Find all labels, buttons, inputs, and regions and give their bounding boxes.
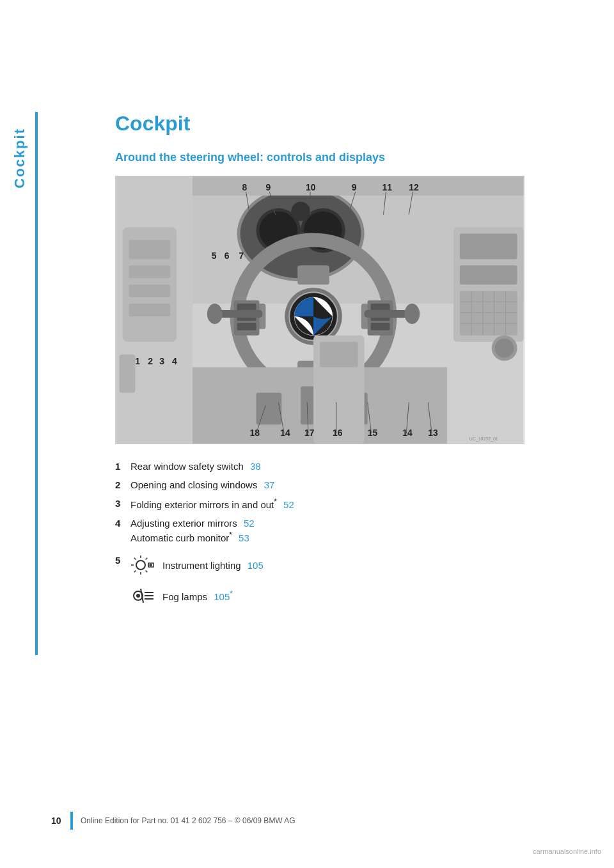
svg-text:14: 14 [402,428,413,438]
instrument-lighting-icon [130,554,156,577]
svg-text:10: 10 [306,182,316,192]
svg-point-36 [404,304,420,324]
svg-text:8: 8 [242,182,248,192]
item-description: Folding exterior mirrors in and out* 52 [130,497,524,511]
instrument-lighting-label: Instrument lighting 105 [162,560,264,571]
svg-text:2: 2 [148,356,153,366]
svg-rect-4 [129,240,170,260]
item-description: Rear window safety switch 38 [130,460,524,473]
item-description: Opening and closing windows 37 [130,478,524,492]
icon-row-instrument: Instrument lighting 105 [130,554,264,577]
footer-text: Online Edition for Part no. 01 41 2 602 … [81,816,295,825]
sidebar-chapter-label: Cockpit [12,128,28,189]
svg-text:9: 9 [352,182,357,192]
instrument-lighting-page: 105 [248,560,264,571]
svg-rect-6 [129,284,170,297]
svg-text:3: 3 [159,356,164,366]
svg-text:1: 1 [135,356,140,366]
svg-rect-42 [320,342,358,368]
fog-lamps-label: Fog lamps 105* [162,589,233,602]
list-item: 1 Rear window safety switch 38 [115,460,524,473]
svg-rect-8 [120,355,136,393]
list-item: 3 Folding exterior mirrors in and out* 5… [115,497,524,511]
list-item: 4 Adjusting exterior mirrors 52 Automati… [115,516,524,545]
svg-text:UC_10232_01: UC_10232_01 [469,437,498,442]
svg-rect-38 [256,392,281,424]
svg-rect-46 [460,291,517,336]
footer-border-accent [70,812,73,830]
svg-point-16 [291,202,310,221]
item-number: 3 [115,497,130,510]
page-footer: 10 Online Edition for Part no. 01 41 2 6… [51,812,588,830]
main-content: Cockpit Around the steering wheel: contr… [51,0,614,649]
svg-rect-28 [237,323,256,330]
items-list: 1 Rear window safety switch 38 2 Opening… [115,460,524,607]
svg-text:15: 15 [368,428,378,438]
cockpit-diagram: 8 9 10 9 11 12 5 6 7 1 2 3 4 [115,176,524,444]
item-number-5: 5 [115,554,130,566]
svg-point-91 [136,561,145,570]
item-page-ref: 52 [283,499,294,510]
item-page-ref: 38 [250,461,261,472]
svg-line-96 [134,558,136,560]
watermark: carmanualsonline.info [533,848,601,855]
svg-text:16: 16 [333,428,343,438]
svg-text:17: 17 [304,428,315,438]
svg-line-99 [134,571,136,573]
icon-row-fog: Fog lamps 105* [130,584,264,607]
item-description: Adjusting exterior mirrors 52 Automatic … [130,516,524,545]
svg-point-55 [495,339,514,358]
svg-line-97 [146,571,148,573]
svg-point-100 [150,564,152,566]
svg-rect-45 [460,265,517,284]
svg-point-102 [136,594,140,598]
svg-text:12: 12 [409,182,419,192]
item-page-ref: 37 [264,479,275,490]
svg-text:9: 9 [265,182,271,192]
item-number: 2 [115,478,130,492]
svg-text:6: 6 [224,251,230,261]
fog-lamps-icon [130,584,156,607]
svg-rect-32 [371,323,390,330]
svg-rect-5 [129,265,170,278]
svg-line-98 [146,558,148,560]
svg-text:13: 13 [428,428,438,438]
page-title: Cockpit [115,112,576,136]
item-5-icons: Instrument lighting 105 [130,554,264,607]
item-number: 1 [115,460,130,473]
list-item-5: 5 [115,554,524,607]
chapter-border [35,112,38,655]
svg-point-34 [207,304,223,324]
fog-lamps-page: 105 [214,591,230,602]
list-item: 2 Opening and closing windows 37 [115,478,524,492]
item-page-ref: 52 [244,518,255,529]
section-title: Around the steering wheel: controls and … [115,151,576,164]
svg-rect-7 [129,304,170,316]
item-page-ref-2: 53 [239,532,249,543]
svg-text:5: 5 [212,251,217,261]
svg-text:4: 4 [172,356,177,366]
svg-rect-44 [460,234,517,260]
svg-text:14: 14 [280,428,290,438]
page-number: 10 [51,816,70,826]
svg-rect-21 [297,265,329,284]
svg-text:18: 18 [250,428,260,438]
svg-text:7: 7 [239,251,244,261]
item-number: 4 [115,516,130,530]
svg-text:11: 11 [382,182,393,192]
